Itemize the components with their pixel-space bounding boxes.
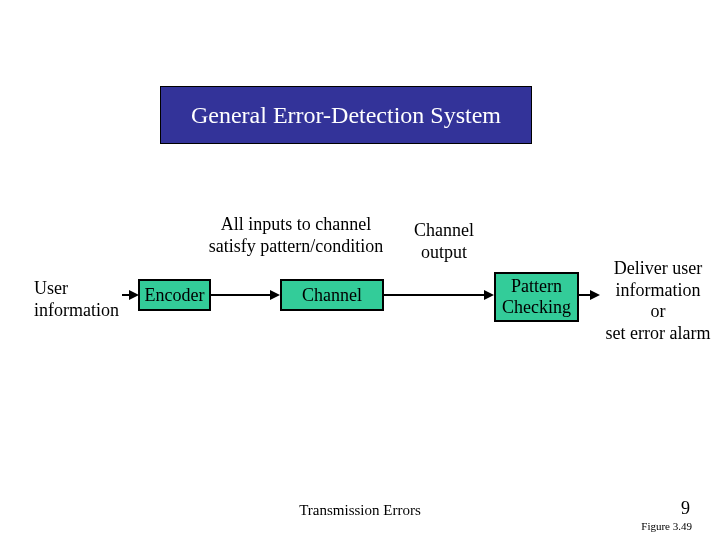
caption-inputs-l2: satisfy pattern/condition (209, 236, 383, 256)
caption-inputs-l1: All inputs to channel (221, 214, 371, 234)
label-deliver-l2: information (616, 280, 701, 300)
block-pattern-l2: Checking (502, 297, 571, 317)
arrow-channel-to-pattern-head (484, 290, 494, 300)
page-number: 9 (681, 498, 690, 519)
label-deliver-l3: or (651, 301, 666, 321)
caption-inputs: All inputs to channel satisfy pattern/co… (186, 214, 406, 257)
arrow-encoder-to-channel-line (211, 294, 273, 296)
block-pattern-checking: Pattern Checking (494, 272, 579, 322)
arrow-encoder-to-channel-head (270, 290, 280, 300)
caption-channel-output-l1: Channel (414, 220, 474, 240)
label-deliver-l4: set error alarm (606, 323, 711, 343)
caption-channel-output-l2: output (421, 242, 467, 262)
arrow-pattern-to-deliver-head (590, 290, 600, 300)
block-encoder: Encoder (138, 279, 211, 311)
block-pattern-checking-label: Pattern Checking (502, 276, 571, 317)
title-box: General Error-Detection System (160, 86, 532, 144)
arrow-user-to-encoder-head (129, 290, 139, 300)
arrow-channel-to-pattern-line (384, 294, 487, 296)
label-deliver: Deliver user information or set error al… (598, 258, 718, 344)
label-deliver-l1: Deliver user (614, 258, 702, 278)
label-user-information: User information (34, 278, 134, 321)
block-channel-label: Channel (302, 285, 362, 306)
label-user-information-l2: information (34, 300, 119, 320)
label-user-information-l1: User (34, 278, 68, 298)
footer-center: Transmission Errors (0, 502, 720, 519)
figure-number: Figure 3.49 (641, 520, 692, 532)
title-text: General Error-Detection System (191, 102, 501, 129)
block-pattern-l1: Pattern (511, 276, 562, 296)
caption-channel-output: Channel output (399, 220, 489, 263)
slide: General Error-Detection System All input… (0, 0, 720, 540)
block-encoder-label: Encoder (145, 285, 205, 306)
block-channel: Channel (280, 279, 384, 311)
